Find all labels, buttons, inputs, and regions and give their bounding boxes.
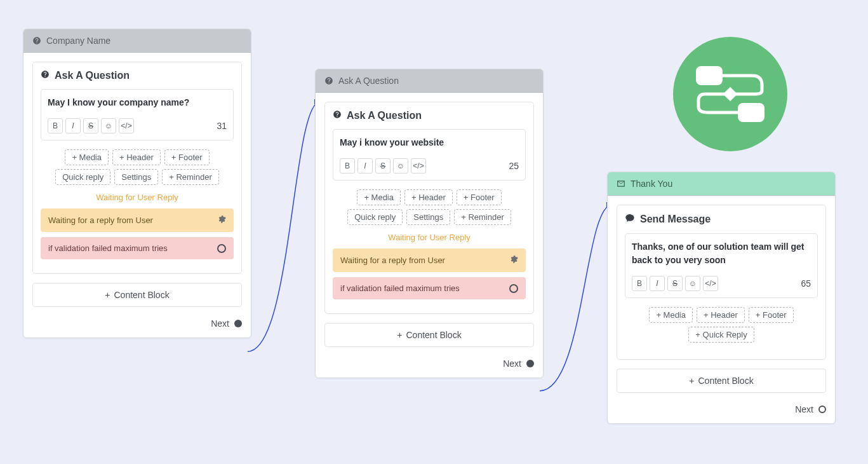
chip-button[interactable]: + Footer [164, 149, 210, 165]
content-block-label: Content Block [114, 290, 170, 300]
plus-icon: + [689, 376, 694, 386]
question-icon [333, 110, 342, 121]
italic-button[interactable]: I [650, 276, 665, 291]
flow-canvas[interactable]: Company NameAsk A QuestionMay I know you… [0, 0, 868, 464]
bold-button[interactable]: B [48, 118, 63, 133]
content-block-label: Content Block [406, 330, 462, 340]
next-label: Next [211, 318, 229, 329]
mail-icon [617, 179, 625, 188]
chip-button[interactable]: Quick reply [347, 209, 403, 225]
chip-button[interactable]: + Footer [457, 189, 502, 205]
next-label: Next [795, 404, 813, 414]
gear-icon[interactable] [509, 255, 518, 266]
card-title-text: Ask A Question [347, 110, 422, 121]
emoji-button[interactable]: ☺ [393, 158, 408, 174]
svg-rect-0 [696, 66, 723, 85]
next-port[interactable] [526, 360, 534, 367]
code-button[interactable]: </> [411, 158, 426, 174]
output-port-icon[interactable] [509, 284, 518, 293]
content-card: Ask A QuestionMay i know your websiteBIS… [324, 102, 534, 314]
code-button[interactable]: </> [703, 276, 718, 291]
italic-button[interactable]: I [65, 118, 81, 133]
emoji-button[interactable]: ☺ [685, 276, 700, 291]
chip-button[interactable]: Settings [406, 209, 450, 225]
add-content-block-button[interactable]: +Content Block [32, 283, 242, 307]
chip-button[interactable]: Settings [114, 169, 158, 185]
content-card: Send MessageThanks, one of our solution … [617, 205, 826, 360]
chip-row: + Media+ Header+ Footer+ Quick Reply [625, 307, 818, 343]
question-icon [324, 76, 333, 85]
status-row-waiting[interactable]: Waiting for a reply from User [333, 249, 526, 272]
italic-button[interactable]: I [357, 158, 373, 174]
node-body: Ask A QuestionMay i know your websiteBIS… [316, 93, 543, 356]
editor-text[interactable]: May I know your company name? [48, 96, 227, 109]
question-icon [32, 36, 41, 45]
svg-rect-1 [738, 103, 765, 122]
chip-button[interactable]: + Reminder [454, 209, 511, 225]
plus-icon: + [397, 330, 402, 340]
message-editor[interactable]: May I know your company name?BIS☺</>31 [41, 89, 234, 140]
node-header[interactable]: Ask A Question [316, 69, 543, 93]
edge-n2-n3 [540, 205, 612, 391]
status-row-error[interactable]: if validation failed maximum tries [333, 277, 526, 299]
strike-button[interactable]: S [667, 276, 683, 291]
toolbar-buttons: BIS☺</> [48, 118, 134, 133]
char-count: 65 [801, 278, 811, 289]
editor-toolbar: BIS☺</>25 [340, 158, 519, 174]
output-port-icon[interactable] [217, 244, 226, 253]
message-editor[interactable]: Thanks, one of our solution team will ge… [625, 233, 818, 298]
bold-button[interactable]: B [632, 276, 647, 291]
waiting-label: Waiting for User Reply [333, 233, 526, 242]
node-header[interactable]: Thank You [608, 172, 835, 196]
status-text: Waiting for a reply from User [340, 256, 445, 265]
toolbar-buttons: BIS☺</> [632, 276, 718, 291]
chip-row: + Media+ Header+ FooterQuick replySettin… [41, 149, 234, 185]
add-content-block-button[interactable]: +Content Block [617, 369, 826, 393]
gear-icon[interactable] [217, 215, 226, 226]
char-count: 25 [509, 161, 519, 171]
flow-node-n3[interactable]: Thank YouSend MessageThanks, one of our … [607, 172, 836, 424]
card-title-text: Send Message [640, 214, 711, 225]
node-header[interactable]: Company Name [23, 29, 251, 53]
status-row-waiting[interactable]: Waiting for a reply from User [41, 208, 234, 232]
node-body: Send MessageThanks, one of our solution … [608, 196, 835, 402]
next-port[interactable] [818, 406, 826, 413]
status-row-error[interactable]: if validation failed maximum tries [41, 237, 234, 259]
editor-text[interactable]: Thanks, one of our solution team will ge… [632, 240, 811, 267]
chip-button[interactable]: + Header [404, 189, 453, 205]
chip-button[interactable]: + Media [649, 307, 693, 323]
node-footer: Next [23, 316, 251, 338]
code-button[interactable]: </> [119, 118, 134, 133]
content-card: Ask A QuestionMay I know your company na… [32, 62, 242, 274]
chip-button[interactable]: + Quick Reply [688, 327, 754, 343]
toolbar-buttons: BIS☺</> [340, 158, 426, 174]
chip-button[interactable]: + Media [357, 189, 401, 205]
flow-node-n2[interactable]: Ask A QuestionAsk A QuestionMay i know y… [315, 69, 544, 378]
chip-button[interactable]: + Media [65, 149, 109, 165]
editor-text[interactable]: May i know your website [340, 136, 519, 149]
chat-icon [625, 213, 635, 226]
next-port[interactable] [234, 320, 242, 327]
emoji-button[interactable]: ☺ [101, 118, 116, 133]
node-footer: Next [316, 356, 543, 378]
edge-n1-n2 [248, 102, 320, 351]
status-text: if validation failed maximum tries [340, 283, 460, 293]
strike-button[interactable]: S [375, 158, 391, 174]
status-text: if validation failed maximum tries [48, 243, 168, 253]
strike-button[interactable]: S [83, 118, 98, 133]
flow-logo-svg [692, 62, 768, 126]
chip-button[interactable]: Quick reply [55, 169, 110, 185]
chip-button[interactable]: + Reminder [162, 169, 219, 185]
node-footer: Next [608, 402, 835, 423]
node-body: Ask A QuestionMay I know your company na… [23, 53, 251, 316]
card-title: Ask A Question [41, 70, 234, 81]
node-header-title: Company Name [46, 36, 110, 46]
message-editor[interactable]: May i know your websiteBIS☺</>25 [333, 129, 526, 181]
chip-button[interactable]: + Footer [749, 307, 794, 323]
bold-button[interactable]: B [340, 158, 355, 174]
chip-button[interactable]: + Header [112, 149, 161, 165]
char-count: 31 [217, 121, 227, 131]
flow-node-n1[interactable]: Company NameAsk A QuestionMay I know you… [23, 29, 251, 338]
add-content-block-button[interactable]: +Content Block [324, 323, 534, 347]
chip-button[interactable]: + Header [697, 307, 745, 323]
